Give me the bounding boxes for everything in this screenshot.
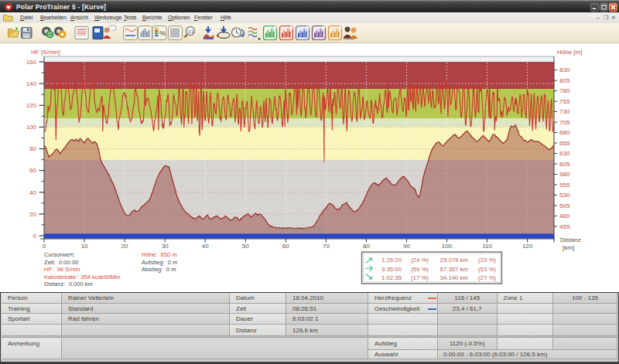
svg-text:Aufstieg: 0 m: Aufstieg: 0 m	[142, 259, 177, 266]
svg-text:20: 20	[29, 211, 36, 218]
svg-text:0: 0	[43, 243, 46, 250]
svg-text:60: 60	[282, 243, 289, 250]
svg-text:Cursorwert:: Cursorwert:	[44, 251, 74, 258]
svg-text:25.078 km: 25.078 km	[440, 257, 468, 264]
svg-text:80: 80	[363, 243, 370, 250]
svg-text:1:02:35: 1:02:35	[381, 274, 402, 281]
svg-text:80: 80	[29, 145, 36, 152]
svg-text:655: 655	[559, 140, 570, 147]
svg-text:Höhe [m]: Höhe [m]	[557, 49, 582, 56]
svg-text:60: 60	[29, 167, 36, 174]
svg-text:780: 780	[559, 87, 570, 94]
svg-text:480: 480	[559, 213, 570, 219]
svg-text:160: 160	[26, 59, 37, 66]
svg-text:Distanz: Distanz	[560, 236, 581, 243]
svg-text:0: 0	[33, 233, 37, 240]
svg-text:Abstieg: 0 m: Abstieg: 0 m	[142, 266, 176, 273]
svg-text:605: 605	[559, 161, 570, 168]
svg-text:110: 110	[482, 243, 492, 250]
svg-text:580: 580	[559, 171, 570, 178]
svg-text:Zeit: 0:00:00: Zeit: 0:00:00	[44, 259, 78, 266]
svg-text:100: 100	[26, 124, 37, 131]
svg-text:HF: 96 S/min: HF: 96 S/min	[44, 266, 80, 273]
svg-text:680: 680	[559, 129, 570, 136]
svg-text:[km]: [km]	[563, 244, 574, 251]
svg-text:(24 %): (24 %)	[411, 257, 429, 264]
svg-text:%: %	[159, 29, 166, 37]
svg-text:10: 10	[81, 243, 88, 250]
svg-text:530: 530	[559, 192, 570, 199]
svg-text:40: 40	[202, 243, 209, 250]
svg-text:(59 %): (59 %)	[411, 266, 429, 273]
svg-text:(27 %): (27 %)	[478, 274, 496, 281]
svg-text:755: 755	[559, 98, 570, 105]
svg-text:830: 830	[559, 66, 570, 73]
svg-text:120: 120	[522, 243, 533, 250]
svg-text:90: 90	[403, 243, 410, 250]
svg-text:40: 40	[29, 189, 36, 196]
svg-text:70: 70	[323, 243, 330, 250]
svg-text:Höhe: 650 m: Höhe: 650 m	[142, 251, 177, 258]
svg-text:140: 140	[26, 80, 37, 87]
svg-text:555: 555	[559, 182, 570, 189]
svg-text:Kalorienrate: 354 kcal/60Min: Kalorienrate: 354 kcal/60Min	[44, 274, 120, 281]
svg-text:20: 20	[121, 243, 128, 250]
svg-text:705: 705	[559, 119, 570, 126]
svg-text:(17 %): (17 %)	[411, 274, 429, 281]
svg-text:30: 30	[162, 243, 169, 250]
svg-text:50: 50	[242, 243, 249, 250]
svg-text:34.140 km: 34.140 km	[440, 274, 468, 281]
svg-text:116 S/min 126.6 km: 116 S/min 126.6 km	[274, 226, 325, 233]
svg-text:1:25:20: 1:25:20	[381, 257, 402, 264]
svg-text:120: 120	[26, 102, 37, 109]
svg-text:67.357 km: 67.357 km	[440, 266, 468, 273]
svg-text:630: 630	[559, 150, 570, 157]
svg-text:505: 505	[559, 202, 570, 209]
svg-text:1:1: 1:1	[188, 29, 194, 34]
svg-text:Distanz: 0.000 km: Distanz: 0.000 km	[44, 281, 93, 287]
svg-text:730: 730	[559, 108, 570, 115]
svg-text:(20 %): (20 %)	[478, 257, 496, 264]
svg-text:(53 %): (53 %)	[478, 266, 496, 273]
svg-text:455: 455	[559, 223, 570, 230]
svg-text:HF [S/min]: HF [S/min]	[31, 49, 60, 56]
svg-text:805: 805	[559, 77, 570, 84]
svg-text:100: 100	[442, 243, 453, 250]
svg-text:3:35:00: 3:35:00	[381, 266, 402, 273]
